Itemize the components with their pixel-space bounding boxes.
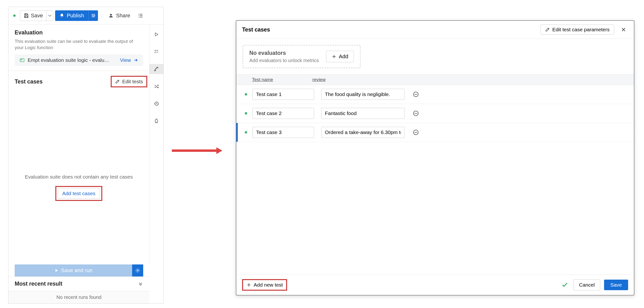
linked-suite-name: Empt evaluation suite logic - evalu… [28,57,117,63]
save-run-button[interactable]: Save and run [15,264,132,276]
save-button-group: Save [20,10,53,21]
publish-settings[interactable] [88,10,98,21]
publish-label: Publish [67,12,84,19]
add-evaluator-button[interactable]: Add [326,51,354,62]
save-dropdown-caret[interactable] [46,10,53,21]
modal-title: Test cases [242,26,270,33]
close-button[interactable] [619,26,628,33]
evaluator-box: No evaluators Add evaluators to unlock m… [242,45,360,68]
left-panel: Save Publish Share Evaluation [8,7,164,304]
pencil-icon [115,79,120,84]
evaluation-section: Evaluation This evaluation suite can be … [8,24,149,71]
status-dot [13,14,16,17]
status-dot [245,131,247,134]
columns-header: Test name review [236,74,634,85]
cancel-button[interactable]: Cancel [574,279,600,290]
play-icon [54,268,59,273]
status-dot [245,93,247,96]
recent-empty: No recent runs found [8,291,150,304]
panel-body: Evaluation This evaluation suite can be … [8,24,164,264]
col-header-review[interactable]: review [310,77,400,82]
sliders-icon [91,13,96,18]
remove-circle-icon [413,129,419,136]
plus-icon [246,282,251,287]
save-run-settings[interactable] [132,264,143,276]
test-rows [236,85,634,274]
list-button[interactable] [136,11,145,20]
side-icon-checklist[interactable] [150,47,164,57]
add-test-cases-button[interactable]: Add test cases [58,188,100,198]
rocket-icon [154,118,159,124]
review-input[interactable] [321,127,404,138]
status-dot [245,112,247,114]
share-label: Share [116,12,130,19]
test-row [236,85,634,104]
save-label: Save [31,12,43,19]
side-icon-rocket[interactable] [150,116,164,126]
svg-rect-1 [21,60,22,60]
modal-header: Test cases Edit test case parameters [236,21,634,39]
test-name-input[interactable] [252,127,314,138]
recent-result-row[interactable]: Most recent result [8,276,150,291]
toolbar-divider [101,12,102,19]
evaluation-desc: This evaluation suite can be used to eva… [15,38,143,50]
modal-body: No evaluators Add evaluators to unlock m… [236,39,634,274]
side-icon-rail [150,24,164,126]
plus-icon [332,54,336,59]
test-cases-modal: Test cases Edit test case parameters No … [236,20,634,296]
panel-main: Evaluation This evaluation suite can be … [8,24,150,264]
test-cases-title: Test cases [15,78,42,85]
test-cases-header: Test cases Edit tests [8,71,149,92]
confirm-check-button[interactable] [560,280,570,290]
save-run-label: Save and run [61,267,93,274]
wrench-icon [154,66,159,72]
close-icon [621,27,626,32]
add-test-cases-highlight: Add test cases [55,186,102,201]
col-header-name[interactable]: Test name [236,77,310,82]
arrow-indicator [172,147,222,154]
share-button[interactable]: Share [105,10,134,21]
suite-icon [20,58,25,63]
review-input[interactable] [321,108,404,119]
side-icon-shuffle[interactable] [150,81,164,92]
modal-footer: Add new test Cancel Save [236,274,634,295]
check-icon [562,282,568,288]
test-name-input[interactable] [252,89,314,100]
review-input[interactable] [321,89,404,100]
toolbar: Save Publish Share [8,7,164,24]
remove-circle-icon [413,91,419,98]
view-link[interactable]: View [120,57,138,63]
remove-circle-icon [413,110,419,116]
play-icon [154,32,159,37]
save-button[interactable]: Save [20,10,46,21]
test-row [236,123,634,142]
modal-header-actions: Edit test case parameters [540,24,628,35]
bell-icon [60,13,64,18]
edit-tests-label: Edit tests [122,79,143,84]
linked-suite-card[interactable]: Empt evaluation suite logic - evalu… Vie… [15,54,143,66]
test-name-input[interactable] [252,108,314,119]
side-icon-play[interactable] [150,29,164,40]
side-icon-tool[interactable] [150,64,164,74]
save-icon [24,13,29,18]
edit-tests-highlight: Edit tests [111,76,147,87]
chevron-down-icon [48,14,52,17]
remove-row-button[interactable] [413,91,419,98]
pencil-icon [545,27,550,32]
view-label: View [120,57,131,63]
save-button[interactable]: Save [604,280,628,290]
chevron-double-down-icon [138,281,143,286]
remove-row-button[interactable] [413,129,419,136]
add-new-test-label: Add new test [254,282,283,288]
empty-state: Evaluation suite does not contain any te… [8,92,149,206]
edit-test-case-parameters-button[interactable]: Edit test case parameters [540,24,614,35]
gear-icon [135,268,140,273]
add-new-test-button[interactable]: Add new test [243,280,286,290]
remove-row-button[interactable] [413,110,419,116]
no-evaluators-desc: Add evaluators to unlock metrics [249,58,319,63]
edit-test-case-parameters-label: Edit test case parameters [552,27,610,32]
edit-tests-button[interactable]: Edit tests [112,77,146,86]
no-evaluators-title: No evaluators [249,50,319,56]
side-icon-history[interactable] [150,99,164,109]
publish-button[interactable]: Publish [55,10,88,21]
